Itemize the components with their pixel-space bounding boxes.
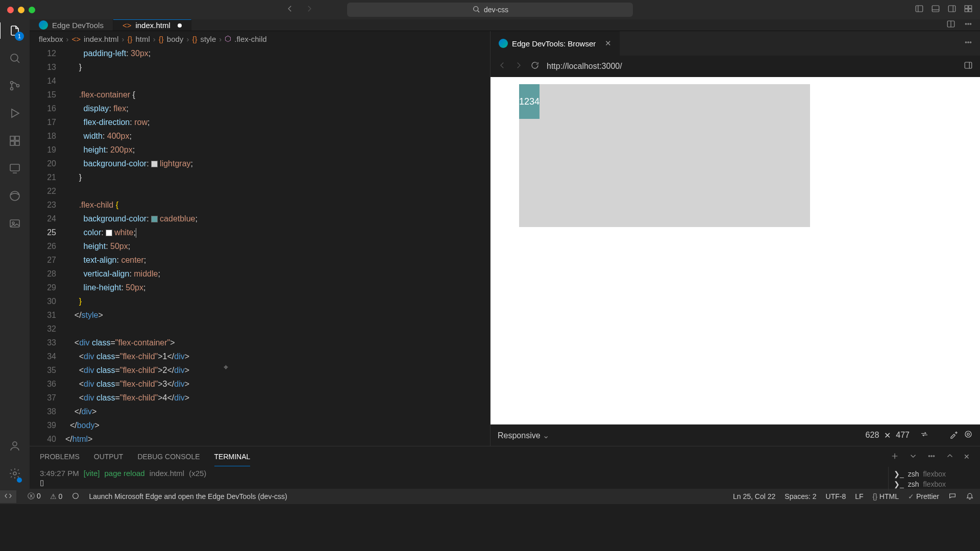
crumb-folder[interactable]: flexbox (39, 35, 63, 43)
more-icon[interactable] (964, 38, 980, 49)
search-text: dev-css (484, 6, 508, 14)
tab-terminal[interactable]: TERMINAL (214, 453, 251, 466)
eol-button[interactable]: LF (855, 492, 863, 500)
settings-gear-icon[interactable] (9, 467, 21, 482)
svg-point-35 (73, 493, 79, 498)
svg-rect-12 (10, 136, 14, 140)
svg-point-23 (965, 23, 966, 24)
browser-back-icon[interactable] (498, 61, 507, 72)
svg-point-27 (968, 42, 969, 43)
bell-icon[interactable] (966, 492, 974, 502)
maximize-window-button[interactable] (29, 7, 35, 13)
indent-button[interactable]: Spaces: 2 (785, 492, 816, 500)
accounts-icon[interactable] (9, 440, 21, 454)
svg-point-24 (968, 23, 969, 24)
encoding-button[interactable]: UTF-8 (826, 492, 846, 500)
viewport-height[interactable]: 477 (896, 431, 910, 440)
target-icon[interactable] (964, 430, 973, 441)
svg-point-25 (970, 23, 971, 24)
maximize-panel-icon[interactable] (945, 452, 954, 462)
close-panel-icon[interactable]: ✕ (964, 453, 970, 461)
crumb-file[interactable]: index.html (84, 35, 118, 43)
reload-icon[interactable] (530, 61, 540, 72)
svg-point-26 (965, 42, 966, 43)
svg-point-30 (965, 431, 971, 437)
svg-rect-6 (965, 9, 968, 12)
more-icon[interactable] (927, 452, 936, 462)
run-debug-icon[interactable] (9, 107, 21, 121)
preview-flex-child: 1 (519, 84, 524, 119)
nav-forward-icon[interactable] (305, 4, 314, 15)
edge-status-icon[interactable] (71, 492, 80, 502)
remote-button[interactable] (0, 490, 16, 503)
toggle-secondary-icon[interactable] (947, 4, 957, 15)
minimize-window-button[interactable] (18, 7, 24, 13)
crumb-body[interactable]: body (167, 35, 184, 43)
svg-rect-14 (10, 141, 14, 145)
url-input[interactable]: http://localhost:3000/ (547, 62, 957, 71)
prettier-button[interactable]: ✓ Prettier (908, 492, 939, 500)
terminal-list: ❯_ zsh flexbox ❯_ zsh flexbox (888, 467, 980, 491)
tab-debug-console[interactable]: DEBUG CONSOLE (137, 453, 200, 461)
preview-flex-container: 1 2 3 4 (519, 84, 810, 227)
close-window-button[interactable] (7, 7, 14, 13)
tab-index-html[interactable]: <> index.html (113, 19, 191, 31)
explorer-icon[interactable]: 1 (9, 24, 21, 39)
breadcrumbs[interactable]: flexbox› <> index.html› {} html› {} body… (30, 31, 490, 46)
viewport-width[interactable]: 628 (866, 431, 879, 440)
svg-point-17 (10, 191, 19, 201)
tab-problems[interactable]: PROBLEMS (40, 453, 80, 461)
crumb-selector[interactable]: .flex-child (234, 35, 266, 43)
code-editor[interactable]: 1213141516171819202122232425262728293031… (30, 46, 490, 446)
dirty-indicator-icon (178, 23, 182, 28)
settings-badge (17, 478, 22, 483)
rotate-icon[interactable] (920, 430, 929, 441)
preview-flex-child: 2 (524, 84, 529, 119)
svg-point-21 (13, 472, 16, 475)
code-content[interactable]: padding-left: 30px; } .flex-container { … (65, 46, 490, 446)
svg-rect-15 (15, 141, 19, 145)
edge-icon (499, 39, 508, 48)
browser-tab[interactable]: Edge DevTools: Browser ✕ (491, 31, 620, 56)
browser-viewport: 1 2 3 4 (491, 77, 980, 424)
search-activity-icon[interactable] (9, 52, 21, 66)
svg-rect-1 (916, 6, 923, 12)
panel: PROBLEMS OUTPUT DEBUG CONSOLE TERMINAL ✕… (30, 446, 980, 491)
errors-button[interactable]: ⓧ 0 (28, 492, 41, 501)
svg-point-0 (474, 6, 478, 11)
crumb-html[interactable]: html (135, 35, 150, 43)
svg-rect-4 (965, 6, 968, 8)
browser-forward-icon[interactable] (514, 61, 523, 72)
device-select[interactable]: Responsive ⌄ (498, 431, 549, 440)
customize-layout-icon[interactable] (964, 4, 973, 15)
source-control-icon[interactable] (9, 80, 21, 94)
command-center[interactable]: dev-css (347, 3, 633, 17)
split-editor-icon[interactable] (946, 19, 955, 31)
tab-edge-devtools[interactable]: Edge DevTools (30, 19, 113, 31)
terminal-entry[interactable]: ❯_ zsh flexbox (894, 479, 975, 489)
close-icon[interactable]: ✕ (605, 39, 611, 48)
cursor-position[interactable]: Ln 25, Col 22 (733, 492, 775, 500)
language-button[interactable]: {} HTML (873, 492, 899, 500)
remote-explorer-icon[interactable] (9, 162, 21, 177)
terminal-dropdown-icon[interactable] (909, 452, 918, 462)
toggle-sidebar-icon[interactable] (915, 4, 924, 15)
nav-back-icon[interactable] (285, 4, 295, 15)
terminal-entry[interactable]: ❯_ zsh flexbox (894, 469, 975, 479)
feedback-icon[interactable] (948, 492, 957, 502)
tab-output[interactable]: OUTPUT (94, 453, 124, 461)
toggle-panel-icon[interactable] (931, 4, 940, 15)
launch-edge-button[interactable]: Launch Microsoft Edge and open the Edge … (89, 492, 287, 500)
svg-point-11 (17, 85, 19, 87)
color-picker-icon[interactable] (949, 430, 959, 441)
media-icon[interactable] (9, 217, 21, 232)
warnings-button[interactable]: ⚠ 0 (50, 492, 63, 500)
open-devtools-icon[interactable] (964, 61, 973, 72)
crumb-style[interactable]: style (200, 35, 216, 43)
terminal-output[interactable]: 3:49:27 PM [vite] page reload index.html… (30, 467, 888, 491)
edge-tools-icon[interactable] (9, 190, 21, 204)
explorer-badge: 1 (15, 32, 24, 41)
more-actions-icon[interactable] (964, 19, 973, 31)
new-terminal-icon[interactable] (890, 452, 899, 462)
extensions-icon[interactable] (9, 135, 21, 149)
